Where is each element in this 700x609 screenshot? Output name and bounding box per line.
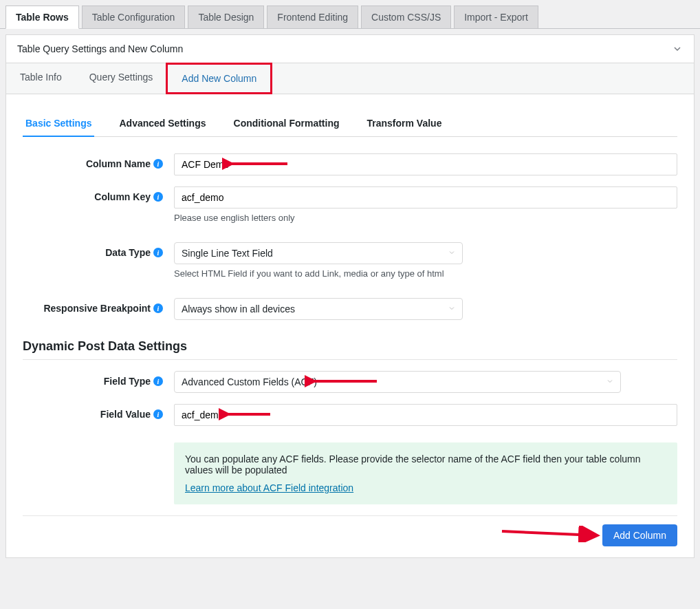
field-value-input[interactable]: [174, 404, 677, 426]
info-icon[interactable]: i: [153, 303, 163, 313]
collapse-icon: [672, 43, 683, 54]
tab-table-design[interactable]: Table Design: [188, 6, 264, 28]
data-type-label: Data Type: [105, 247, 151, 258]
top-tabs: Table Rows Table Configuration Table Des…: [0, 0, 700, 29]
info-icon[interactable]: i: [153, 159, 163, 169]
innertab-transform-value[interactable]: Transform Value: [364, 111, 445, 137]
column-key-label: Column Key: [94, 191, 151, 202]
field-value-label: Field Value: [100, 409, 151, 420]
sub-tabs: Table Info Query Settings Add New Column: [6, 63, 694, 94]
panel-title: Table Query Settings and New Column: [17, 43, 183, 54]
tab-table-rows[interactable]: Table Rows: [6, 6, 79, 29]
acf-learn-more-link[interactable]: Learn more about ACF Field integration: [185, 482, 353, 493]
field-type-label: Field Type: [104, 376, 151, 387]
subtab-query-settings[interactable]: Query Settings: [76, 63, 167, 94]
tab-custom-css-js[interactable]: Custom CSS/JS: [361, 6, 451, 28]
column-key-input[interactable]: [174, 186, 677, 209]
acf-info-box: You can populate any ACF fields. Please …: [174, 442, 677, 504]
innertab-advanced-settings[interactable]: Advanced Settings: [116, 111, 208, 137]
responsive-label: Responsive Breakpoint: [43, 303, 151, 314]
tab-import-export[interactable]: Import - Export: [454, 6, 538, 28]
info-icon[interactable]: i: [153, 192, 163, 202]
innertab-conditional-formatting[interactable]: Conditional Formatting: [231, 111, 342, 137]
innertab-basic-settings[interactable]: Basic Settings: [23, 111, 94, 137]
svg-line-3: [502, 531, 595, 535]
subtab-add-new-column[interactable]: Add New Column: [166, 63, 272, 94]
dynamic-section-heading: Dynamic Post Data Settings: [23, 339, 677, 360]
arrow-annotation: [499, 526, 602, 542]
column-name-input[interactable]: [174, 153, 677, 175]
data-type-select[interactable]: Single Line Text Field: [174, 242, 463, 264]
inner-tabs: Basic Settings Advanced Settings Conditi…: [23, 111, 677, 137]
column-name-label: Column Name: [86, 158, 151, 169]
info-box-text: You can populate any ACF fields. Please …: [185, 453, 666, 476]
info-icon[interactable]: i: [153, 409, 163, 419]
field-type-select[interactable]: Advanced Custom Fields (ACF): [174, 371, 621, 393]
tab-frontend-editing[interactable]: Frontend Editing: [267, 6, 358, 28]
column-key-help: Please use english letters only: [174, 213, 677, 223]
tab-table-configuration[interactable]: Table Configuration: [82, 6, 186, 28]
info-icon[interactable]: i: [153, 376, 163, 386]
subtab-table-info[interactable]: Table Info: [6, 63, 76, 94]
info-icon[interactable]: i: [153, 248, 163, 257]
data-type-help: Select HTML Field if you want to add Lin…: [174, 268, 677, 279]
responsive-select[interactable]: Always show in all devices: [174, 298, 463, 320]
add-column-button[interactable]: Add Column: [602, 524, 677, 546]
panel-header[interactable]: Table Query Settings and New Column: [6, 35, 694, 63]
